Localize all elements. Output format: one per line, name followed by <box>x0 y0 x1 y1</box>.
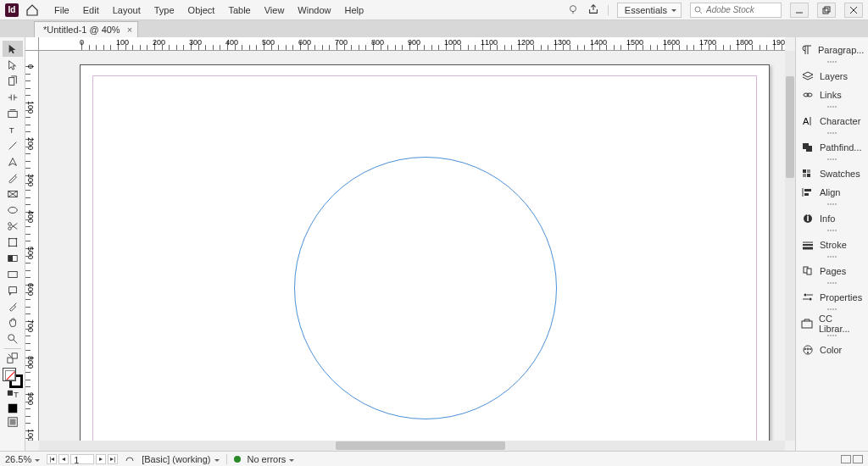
home-icon[interactable] <box>25 3 39 17</box>
restore-button[interactable] <box>817 3 836 18</box>
svg-rect-47 <box>807 169 810 173</box>
panel-label: Links <box>820 90 842 100</box>
panel-layers[interactable]: Layers <box>796 67 868 86</box>
style-preset[interactable]: [Basic] (working) <box>142 454 219 464</box>
ellipse-tool[interactable] <box>3 202 23 218</box>
canvas-area[interactable]: 0100200300400500600700800900100011001200… <box>25 37 795 451</box>
svg-rect-10 <box>8 111 17 117</box>
svg-point-2 <box>695 7 700 12</box>
open-bridge-icon[interactable] <box>125 453 135 465</box>
panel-label: Info <box>820 214 835 224</box>
gap-tool[interactable] <box>3 89 23 105</box>
fill-stroke-swatches[interactable] <box>3 368 23 388</box>
panel-pages[interactable]: Pages <box>796 262 868 280</box>
close-window-button[interactable] <box>844 3 863 18</box>
ruler-origin[interactable] <box>25 37 39 51</box>
panel-stroke[interactable]: Stroke <box>796 236 868 254</box>
document-tab[interactable]: *Untitled-1 @ 40% × <box>34 21 138 37</box>
tips-icon[interactable] <box>567 3 579 17</box>
panel-links[interactable]: Links <box>796 86 868 104</box>
pasteboard[interactable] <box>39 51 785 441</box>
page[interactable] <box>80 64 770 451</box>
pen-tool[interactable] <box>3 153 23 169</box>
view-mode-toggle[interactable] <box>3 415 23 429</box>
first-page-button[interactable]: |◂ <box>47 454 57 464</box>
svg-point-62 <box>810 298 812 301</box>
panel-pathfinder[interactable]: Pathfind... <box>796 138 868 157</box>
panel-label: Layers <box>820 71 848 81</box>
page-tool[interactable] <box>3 73 23 89</box>
svg-point-23 <box>15 237 17 239</box>
stroke-icon <box>801 239 815 251</box>
panel-label: Pathfind... <box>820 142 862 153</box>
stock-search-input[interactable] <box>706 5 774 14</box>
eyedropper-tool[interactable] <box>3 298 23 314</box>
note-tool[interactable] <box>3 282 23 298</box>
svg-point-25 <box>15 245 17 247</box>
share-icon[interactable] <box>587 3 599 17</box>
type-tool[interactable]: T <box>3 121 23 137</box>
svg-rect-9 <box>8 77 14 85</box>
menu-layout[interactable]: Layout <box>106 0 147 20</box>
horizontal-ruler[interactable]: 0100200300400500600700800900100011001200… <box>39 37 785 51</box>
panel-color[interactable]: Color <box>796 341 868 359</box>
fill-stroke-toggle[interactable] <box>3 351 23 366</box>
panel-paragraph[interactable]: Paragrap... <box>796 41 868 59</box>
menu-view[interactable]: View <box>258 0 292 20</box>
view-split-toggle[interactable] <box>841 455 863 463</box>
minimize-button[interactable] <box>790 3 809 18</box>
menu-help[interactable]: Help <box>337 0 370 20</box>
panel-properties[interactable]: Properties <box>796 288 868 307</box>
document-tabbar: *Untitled-1 @ 40% × <box>0 20 868 37</box>
svg-point-24 <box>8 245 9 247</box>
menu-file[interactable]: File <box>47 0 76 20</box>
stock-search[interactable] <box>690 3 782 18</box>
svg-point-16 <box>8 207 17 213</box>
gradient-swatch-tool[interactable] <box>3 250 23 266</box>
line-tool[interactable] <box>3 137 23 153</box>
preflight-status-icon <box>234 456 241 463</box>
menu-edit[interactable]: Edit <box>76 0 106 20</box>
menu-window[interactable]: Window <box>291 0 337 20</box>
horizontal-scrollbar[interactable] <box>39 441 785 451</box>
prev-page-button[interactable]: ◂ <box>58 454 69 464</box>
scissors-tool[interactable] <box>3 218 23 234</box>
selection-tool[interactable] <box>3 41 23 57</box>
ellipse-object[interactable] <box>294 157 557 419</box>
pencil-tool[interactable] <box>3 169 23 186</box>
last-page-button[interactable]: ▸| <box>108 454 118 464</box>
svg-rect-49 <box>807 174 810 177</box>
preflight-status[interactable]: No errors <box>248 454 295 464</box>
zoom-level[interactable]: 26.5% <box>5 454 40 464</box>
svg-rect-48 <box>803 174 806 177</box>
formatting-affects-container[interactable]: T <box>3 388 23 402</box>
panel-align[interactable]: Align <box>796 183 868 202</box>
free-transform-tool[interactable] <box>3 234 23 250</box>
panel-info[interactable]: iInfo <box>796 209 868 228</box>
close-tab-icon[interactable]: × <box>127 25 132 35</box>
svg-rect-33 <box>12 353 17 358</box>
menu-type[interactable]: Type <box>147 0 181 20</box>
menu-object[interactable]: Object <box>181 0 222 20</box>
hand-tool[interactable] <box>3 314 23 330</box>
vertical-scrollbar[interactable] <box>785 51 795 441</box>
direct-selection-tool[interactable] <box>3 57 23 73</box>
panel-swatches[interactable]: Swatches <box>796 164 868 183</box>
gradient-feather-tool[interactable] <box>3 266 23 282</box>
info-icon: i <box>801 213 815 225</box>
page-number-field[interactable]: 1 <box>70 454 94 464</box>
svg-line-12 <box>8 141 16 149</box>
vertical-ruler[interactable]: 01002003004005006007008009001000 <box>25 51 39 441</box>
zoom-tool[interactable] <box>3 330 23 347</box>
panel-label: Paragrap... <box>818 45 864 55</box>
panel-character[interactable]: ACharacter <box>796 112 868 130</box>
svg-rect-6 <box>825 7 830 12</box>
content-collector-tool[interactable] <box>3 105 23 121</box>
panel-cclib[interactable]: CC Librar... <box>796 314 868 333</box>
apply-color[interactable] <box>3 402 23 415</box>
next-page-button[interactable]: ▸ <box>96 454 106 464</box>
workspace-dropdown[interactable]: Essentials <box>617 3 682 18</box>
svg-rect-51 <box>804 189 811 191</box>
menu-table[interactable]: Table <box>221 0 257 20</box>
rectangle-frame-tool[interactable] <box>3 186 23 202</box>
